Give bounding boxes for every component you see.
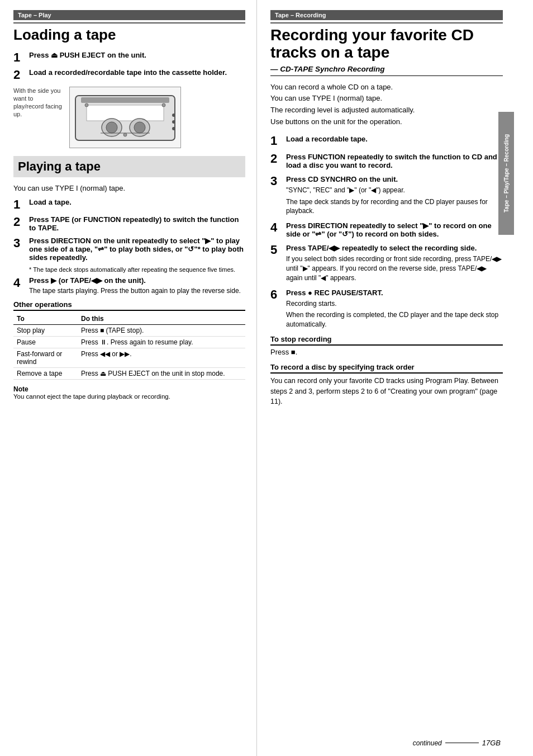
recording-step-5: 5Press TAPE/◀▶ repeatedly to select the …: [270, 244, 503, 282]
play-step-4-content: Press ▶ (or TAPE/◀▶ on the unit). The ta…: [29, 276, 245, 295]
playing-tape-section: Playing a tape You can use TYPE I (norma…: [13, 156, 245, 295]
step-3-footnote: * The tape deck stops automatically afte…: [29, 266, 245, 273]
step-2-text: Load a recorded/recordable tape into the…: [29, 68, 227, 77]
track-order-title: To record a disc by specifying track ord…: [270, 363, 503, 374]
table-row: Fast-forward or rewindPress ◀◀ or ▶▶.: [13, 348, 245, 368]
play-step-num-3: 3: [13, 237, 29, 249]
r-step-bold: Press ● REC PAUSE/START.: [286, 289, 383, 297]
play-step-num-2: 2: [13, 215, 29, 228]
r-step-content: Load a recordable tape.: [286, 135, 503, 143]
note-title: Note: [13, 385, 245, 393]
recording-steps: 1Load a recordable tape.2Press FUNCTION …: [270, 135, 503, 329]
playing-tape-title: Playing a tape: [13, 156, 245, 177]
r-step-num: 3: [270, 175, 286, 187]
playing-intro: You can use TYPE I (normal) tape.: [13, 183, 245, 194]
load-step-1: 1 Press ⏏ PUSH EJECT on the unit.: [13, 51, 245, 64]
r-step-num: 4: [270, 221, 286, 234]
svg-point-10: [123, 133, 127, 136]
r-step-content: Press CD SYNCHRO on the unit."SYNC", "RE…: [286, 175, 503, 216]
play-step-1-text: Load a tape.: [29, 198, 72, 206]
intro-line: Use buttons on the unit for the operatio…: [270, 116, 503, 128]
note-text: You cannot eject the tape during playbac…: [13, 393, 245, 400]
page-footer: continued 17GB: [413, 739, 501, 747]
recording-step-1: 1Load a recordable tape.: [270, 135, 503, 147]
play-step-3: 3 Press DIRECTION on the unit repeatedly…: [13, 237, 245, 262]
col-to: To: [13, 313, 78, 325]
play-step-4-text: Press ▶ (or TAPE/◀▶ on the unit).: [29, 276, 146, 285]
note-box: Note You cannot eject the tape during pl…: [13, 385, 245, 400]
svg-point-11: [172, 114, 175, 117]
r-step-bold: Press TAPE/◀▶ repeatedly to select the r…: [286, 244, 477, 252]
svg-rect-2: [87, 105, 164, 121]
recording-step-3: 3Press CD SYNCHRO on the unit."SYNC", "R…: [270, 175, 503, 216]
loading-tape-title: Loading a tape: [13, 27, 245, 43]
r-step-bold: Press DIRECTION repeatedly to select "▶"…: [286, 221, 492, 238]
r-step-num: 5: [270, 244, 286, 256]
step-num-1: 1: [13, 51, 29, 64]
svg-point-4: [106, 122, 117, 133]
r-step-content: Press DIRECTION repeatedly to select "▶"…: [286, 221, 503, 238]
recording-step-2: 2Press FUNCTION repeatedly to switch the…: [270, 153, 503, 169]
play-step-3-text: Press DIRECTION on the unit repeatedly t…: [29, 237, 244, 262]
tape-play-header: Tape – Play Loading a tape: [13, 10, 245, 43]
play-step-1-content: Load a tape.: [29, 198, 245, 206]
r-step-bold: Press FUNCTION repeatedly to switch the …: [286, 153, 497, 169]
r-step-para: "SYNC", "REC" and "▶" (or "◀") appear.: [286, 186, 503, 195]
r-step-para: When the recording is completed, the CD …: [286, 310, 503, 329]
ops-to: Stop play: [13, 325, 78, 337]
r-step-bold: Press CD SYNCHRO on the unit.: [286, 175, 398, 183]
svg-point-12: [172, 120, 175, 124]
play-step-2: 2 Press TAPE (or FUNCTION repeatedly) to…: [13, 215, 245, 232]
tape-illustration: With the side you want to play/record fa…: [13, 87, 245, 148]
play-step-num-1: 1: [13, 198, 29, 211]
footer-line: [445, 743, 479, 743]
svg-point-13: [172, 127, 175, 130]
left-column: Tape – Play Loading a tape 1 Press ⏏ PUS…: [0, 0, 257, 756]
other-ops-table: To Do this Stop playPress ■ (TAPE stop).…: [13, 313, 245, 380]
continued-label: continued: [413, 739, 442, 747]
cassette-svg: [70, 87, 181, 148]
svg-point-8: [85, 103, 88, 107]
table-row: PausePress ⏸. Press again to resume play…: [13, 337, 245, 348]
ops-do: Press ◀◀ or ▶▶.: [78, 348, 245, 368]
r-step-para: The tape deck stands by for recording an…: [286, 197, 503, 216]
play-step-2-text: Press TAPE (or FUNCTION repeatedly) to s…: [29, 215, 239, 232]
recording-step-4: 4Press DIRECTION repeatedly to select "▶…: [270, 221, 503, 238]
intro-line: The recording level is adjusted automati…: [270, 105, 503, 116]
ops-to: Pause: [13, 337, 78, 348]
right-column: Tape – Recording Recording your favorite…: [257, 0, 514, 756]
page: Tape – Play Loading a tape 1 Press ⏏ PUS…: [0, 0, 533, 756]
stop-recording-text: Press ■.: [270, 348, 503, 356]
play-step-4-para: The tape starts playing. Press the butto…: [29, 287, 245, 295]
stop-recording-title: To stop recording: [270, 335, 503, 346]
step-num-2: 2: [13, 68, 29, 81]
right-divider: [270, 22, 503, 23]
divider: [13, 22, 245, 23]
play-step-1: 1 Load a tape.: [13, 198, 245, 211]
r-step-num: 1: [270, 135, 286, 147]
svg-point-9: [162, 103, 165, 107]
intro-line: You can use TYPE I (normal) tape.: [270, 93, 503, 105]
table-row: Stop playPress ■ (TAPE stop).: [13, 325, 245, 337]
r-step-bold: Load a recordable tape.: [286, 135, 368, 143]
play-step-3-content: Press DIRECTION on the unit repeatedly t…: [29, 237, 245, 262]
svg-rect-1: [81, 97, 169, 103]
ops-do: Press ■ (TAPE stop).: [78, 325, 245, 337]
play-step-2-content: Press TAPE (or FUNCTION repeatedly) to s…: [29, 215, 245, 232]
step-2-content: Load a recorded/recordable tape into the…: [29, 68, 245, 77]
section-label-tape-play: Tape – Play: [13, 10, 245, 20]
other-ops-title: Other operations: [13, 300, 245, 311]
recording-intro: You can record a whole CD on a tape.You …: [270, 82, 503, 128]
intro-line: You can record a whole CD on a tape.: [270, 82, 503, 93]
step-1-content: Press ⏏ PUSH EJECT on the unit.: [29, 51, 245, 59]
col-do: Do this: [78, 313, 245, 325]
r-step-para: Recording starts.: [286, 299, 503, 309]
load-step-2: 2 Load a recorded/recordable tape into t…: [13, 68, 245, 81]
r-step-para: If you select both sides recording or fr…: [286, 254, 503, 282]
r-step-num: 6: [270, 289, 286, 301]
r-step-num: 2: [270, 153, 286, 165]
table-row: Remove a tapePress ⏏ PUSH EJECT on the u…: [13, 368, 245, 380]
r-step-content: Press TAPE/◀▶ repeatedly to select the r…: [286, 244, 503, 282]
ops-do: Press ⏸. Press again to resume play.: [78, 337, 245, 348]
recording-title: Recording your favorite CD tracks on a t…: [270, 27, 503, 62]
